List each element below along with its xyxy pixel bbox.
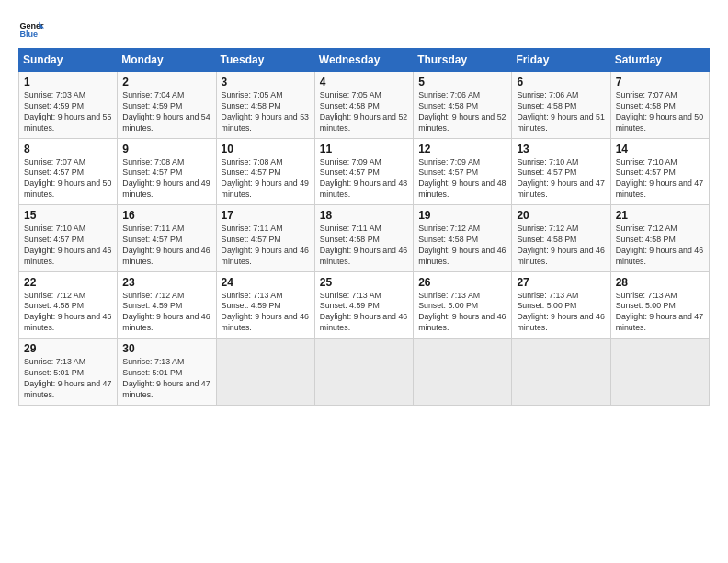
daylight-label: Daylight: 9 hours and 52 minutes. <box>418 112 506 132</box>
calendar-cell: 6 Sunrise: 7:06 AM Sunset: 4:58 PM Dayli… <box>512 72 610 139</box>
day-info: Sunrise: 7:07 AM Sunset: 4:58 PM Dayligh… <box>616 90 704 134</box>
calendar-week-0: 1 Sunrise: 7:03 AM Sunset: 4:59 PM Dayli… <box>19 72 710 139</box>
day-number: 12 <box>418 143 506 155</box>
sunset-label: Sunset: 5:00 PM <box>517 301 576 310</box>
day-info: Sunrise: 7:13 AM Sunset: 5:00 PM Dayligh… <box>616 291 704 335</box>
daylight-label: Daylight: 9 hours and 50 minutes. <box>24 178 111 199</box>
day-number: 20 <box>517 209 605 222</box>
day-number: 21 <box>616 209 704 222</box>
calendar-table: SundayMondayTuesdayWednesdayThursdayFrid… <box>18 48 710 406</box>
sunrise-label: Sunrise: 7:13 AM <box>320 291 381 300</box>
calendar-cell: 13 Sunrise: 7:10 AM Sunset: 4:57 PM Dayl… <box>512 138 610 205</box>
day-number: 14 <box>616 143 704 155</box>
sunset-label: Sunset: 4:58 PM <box>418 235 478 244</box>
sunrise-label: Sunrise: 7:12 AM <box>122 291 184 300</box>
calendar-cell: 22 Sunrise: 7:12 AM Sunset: 4:58 PM Dayl… <box>19 271 118 339</box>
day-number: 26 <box>418 276 506 289</box>
day-info: Sunrise: 7:10 AM Sunset: 4:57 PM Dayligh… <box>517 157 605 201</box>
daylight-label: Daylight: 9 hours and 46 minutes. <box>320 246 407 266</box>
sunrise-label: Sunrise: 7:12 AM <box>24 291 85 300</box>
daylight-label: Daylight: 9 hours and 47 minutes. <box>24 379 111 399</box>
day-info: Sunrise: 7:03 AM Sunset: 4:59 PM Dayligh… <box>24 90 112 134</box>
calendar-cell: 25 Sunrise: 7:13 AM Sunset: 4:59 PM Dayl… <box>314 271 413 339</box>
day-number: 16 <box>122 209 210 222</box>
daylight-label: Daylight: 9 hours and 46 minutes. <box>122 312 210 332</box>
calendar-header-row: SundayMondayTuesdayWednesdayThursdayFrid… <box>19 49 710 72</box>
daylight-label: Daylight: 9 hours and 47 minutes. <box>616 312 703 332</box>
calendar-cell <box>314 339 413 406</box>
daylight-label: Daylight: 9 hours and 55 minutes. <box>24 112 111 132</box>
sunset-label: Sunset: 4:57 PM <box>222 167 281 177</box>
calendar-cell: 23 Sunrise: 7:12 AM Sunset: 4:59 PM Dayl… <box>118 271 216 339</box>
daylight-label: Daylight: 9 hours and 47 minutes. <box>517 178 604 199</box>
calendar-cell: 7 Sunrise: 7:07 AM Sunset: 4:58 PM Dayli… <box>610 72 709 139</box>
day-info: Sunrise: 7:05 AM Sunset: 4:58 PM Dayligh… <box>222 90 310 134</box>
calendar-cell: 18 Sunrise: 7:11 AM Sunset: 4:58 PM Dayl… <box>314 205 413 272</box>
calendar-cell: 17 Sunrise: 7:11 AM Sunset: 4:57 PM Dayl… <box>216 205 314 272</box>
day-number: 17 <box>222 209 310 222</box>
sunrise-label: Sunrise: 7:11 AM <box>320 224 381 233</box>
day-number: 10 <box>222 143 310 155</box>
sunrise-label: Sunrise: 7:13 AM <box>616 291 677 300</box>
daylight-label: Daylight: 9 hours and 49 minutes. <box>222 178 309 199</box>
calendar-header-wednesday: Wednesday <box>314 49 413 72</box>
day-number: 11 <box>320 143 408 155</box>
calendar-cell: 1 Sunrise: 7:03 AM Sunset: 4:59 PM Dayli… <box>19 72 118 139</box>
day-info: Sunrise: 7:10 AM Sunset: 4:57 PM Dayligh… <box>24 224 112 268</box>
sunrise-label: Sunrise: 7:11 AM <box>122 224 184 233</box>
page: General Blue SundayMondayTuesdayWednesda… <box>0 0 728 415</box>
calendar-week-3: 22 Sunrise: 7:12 AM Sunset: 4:58 PM Dayl… <box>19 271 710 339</box>
sunrise-label: Sunrise: 7:03 AM <box>24 90 85 99</box>
sunrise-label: Sunrise: 7:06 AM <box>517 90 578 99</box>
day-info: Sunrise: 7:10 AM Sunset: 4:57 PM Dayligh… <box>616 157 704 201</box>
day-info: Sunrise: 7:05 AM Sunset: 4:58 PM Dayligh… <box>320 90 408 134</box>
calendar-header-tuesday: Tuesday <box>216 49 314 72</box>
sunrise-label: Sunrise: 7:07 AM <box>616 90 677 99</box>
calendar-cell: 12 Sunrise: 7:09 AM Sunset: 4:57 PM Dayl… <box>414 138 512 205</box>
calendar-cell: 20 Sunrise: 7:12 AM Sunset: 4:58 PM Dayl… <box>512 205 610 272</box>
daylight-label: Daylight: 9 hours and 46 minutes. <box>418 246 506 266</box>
sunrise-label: Sunrise: 7:13 AM <box>222 291 283 300</box>
day-info: Sunrise: 7:09 AM Sunset: 4:57 PM Dayligh… <box>418 157 506 201</box>
sunset-label: Sunset: 4:57 PM <box>616 167 676 177</box>
day-info: Sunrise: 7:13 AM Sunset: 4:59 PM Dayligh… <box>222 291 310 335</box>
day-info: Sunrise: 7:13 AM Sunset: 5:00 PM Dayligh… <box>517 291 605 335</box>
calendar-cell: 5 Sunrise: 7:06 AM Sunset: 4:58 PM Dayli… <box>414 72 512 139</box>
sunrise-label: Sunrise: 7:10 AM <box>24 224 85 233</box>
sunset-label: Sunset: 4:57 PM <box>122 235 182 244</box>
sunrise-label: Sunrise: 7:05 AM <box>320 90 381 99</box>
calendar-cell: 26 Sunrise: 7:13 AM Sunset: 5:00 PM Dayl… <box>414 271 512 339</box>
sunset-label: Sunset: 4:57 PM <box>517 167 576 177</box>
sunset-label: Sunset: 4:57 PM <box>122 167 182 177</box>
sunset-label: Sunset: 4:59 PM <box>222 301 281 310</box>
day-number: 29 <box>24 342 112 355</box>
calendar-cell: 16 Sunrise: 7:11 AM Sunset: 4:57 PM Dayl… <box>118 205 216 272</box>
calendar-cell: 30 Sunrise: 7:13 AM Sunset: 5:01 PM Dayl… <box>118 339 216 406</box>
sunrise-label: Sunrise: 7:12 AM <box>517 224 578 233</box>
day-info: Sunrise: 7:12 AM Sunset: 4:58 PM Dayligh… <box>616 224 704 268</box>
sunset-label: Sunset: 4:59 PM <box>24 101 84 110</box>
day-number: 13 <box>517 143 605 155</box>
logo: General Blue <box>18 17 48 42</box>
sunrise-label: Sunrise: 7:08 AM <box>222 157 283 167</box>
daylight-label: Daylight: 9 hours and 46 minutes. <box>122 246 210 266</box>
calendar-cell: 4 Sunrise: 7:05 AM Sunset: 4:58 PM Dayli… <box>314 72 413 139</box>
sunset-label: Sunset: 4:58 PM <box>320 235 380 244</box>
day-info: Sunrise: 7:13 AM Sunset: 5:00 PM Dayligh… <box>418 291 506 335</box>
sunset-label: Sunset: 4:58 PM <box>517 101 576 110</box>
day-info: Sunrise: 7:12 AM Sunset: 4:58 PM Dayligh… <box>418 224 506 268</box>
calendar-week-2: 15 Sunrise: 7:10 AM Sunset: 4:57 PM Dayl… <box>19 205 710 272</box>
day-info: Sunrise: 7:07 AM Sunset: 4:57 PM Dayligh… <box>24 157 112 201</box>
daylight-label: Daylight: 9 hours and 48 minutes. <box>320 178 407 199</box>
daylight-label: Daylight: 9 hours and 46 minutes. <box>320 312 407 332</box>
sunset-label: Sunset: 4:58 PM <box>418 101 478 110</box>
sunset-label: Sunset: 5:01 PM <box>122 368 182 377</box>
sunrise-label: Sunrise: 7:08 AM <box>122 157 184 167</box>
day-number: 15 <box>24 209 112 222</box>
sunrise-label: Sunrise: 7:07 AM <box>24 157 85 167</box>
daylight-label: Daylight: 9 hours and 47 minutes. <box>616 178 703 199</box>
calendar-cell <box>512 339 610 406</box>
day-number: 24 <box>222 276 310 289</box>
calendar-cell: 21 Sunrise: 7:12 AM Sunset: 4:58 PM Dayl… <box>610 205 709 272</box>
day-info: Sunrise: 7:13 AM Sunset: 5:01 PM Dayligh… <box>24 357 112 401</box>
